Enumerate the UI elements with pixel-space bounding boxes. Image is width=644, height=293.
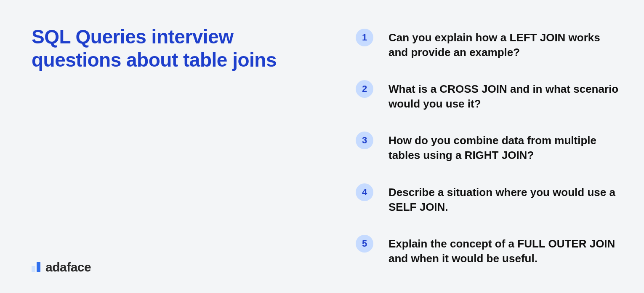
- page-container: SQL Queries interview questions about ta…: [0, 0, 644, 293]
- question-text: Explain the concept of a FULL OUTER JOIN…: [389, 235, 619, 266]
- brand-name: adaface: [45, 261, 91, 274]
- questions-list: 1 Can you explain how a LEFT JOIN works …: [326, 25, 619, 272]
- left-column: SQL Queries interview questions about ta…: [32, 25, 326, 272]
- question-number-badge: 5: [356, 235, 373, 253]
- question-number-badge: 1: [356, 29, 373, 46]
- list-item: 1 Can you explain how a LEFT JOIN works …: [356, 29, 619, 60]
- brand-logo: adaface: [32, 259, 91, 272]
- question-number-badge: 4: [356, 183, 373, 201]
- question-number-badge: 3: [356, 132, 373, 149]
- question-number-badge: 2: [356, 80, 373, 98]
- page-title: SQL Queries interview questions about ta…: [32, 25, 326, 72]
- logo-bars-icon: [32, 262, 40, 272]
- question-text: How do you combine data from multiple ta…: [389, 132, 619, 163]
- list-item: 4 Describe a situation where you would u…: [356, 183, 619, 215]
- list-item: 2 What is a CROSS JOIN and in what scena…: [356, 80, 619, 111]
- question-text: What is a CROSS JOIN and in what scenari…: [389, 80, 619, 111]
- question-text: Describe a situation where you would use…: [389, 183, 619, 215]
- list-item: 5 Explain the concept of a FULL OUTER JO…: [356, 235, 619, 266]
- list-item: 3 How do you combine data from multiple …: [356, 132, 619, 163]
- question-text: Can you explain how a LEFT JOIN works an…: [389, 29, 619, 60]
